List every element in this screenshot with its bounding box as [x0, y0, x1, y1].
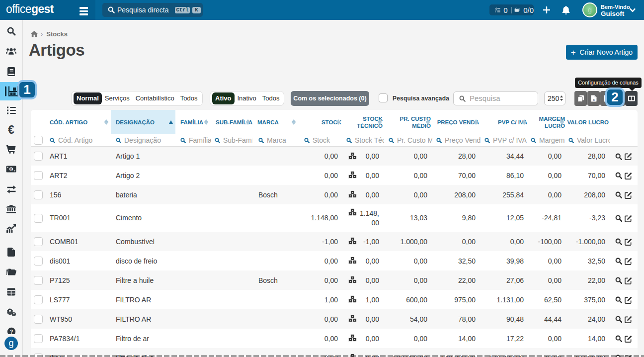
svg-text:x: x: [593, 98, 595, 101]
svg-text:0: 0: [10, 168, 12, 171]
